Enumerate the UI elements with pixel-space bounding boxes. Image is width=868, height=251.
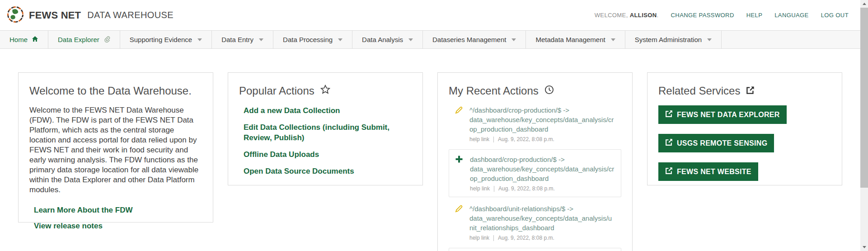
content-area: Welcome to the Data Warehouse. Welcome t… bbox=[0, 49, 860, 251]
nav-item-label: System Administration bbox=[635, 36, 702, 43]
nav-item-label: Data Processing bbox=[283, 36, 333, 43]
recent-timestamp: Aug. 9, 2022, 8:08 p.m. bbox=[498, 136, 554, 142]
external-link-icon bbox=[665, 138, 673, 148]
brand-name: FEWS NET bbox=[29, 9, 81, 21]
button-label: USGS REMOTE SENSING bbox=[677, 139, 767, 147]
recent-action-item: ^/dashboard/crop-production/$ -> data_wa… bbox=[449, 105, 621, 142]
welcome-prefix: WELCOME, bbox=[595, 12, 628, 19]
recent-action-item: ^/dashboard/unit-relationships/$ -> bbox=[449, 248, 621, 251]
vertical-scrollbar[interactable] bbox=[860, 0, 868, 251]
related-services-title: Related Services bbox=[658, 85, 831, 97]
caret-down-icon bbox=[197, 38, 202, 41]
nav-item-label: Data Analysis bbox=[362, 36, 403, 43]
nav-item-data-processing[interactable]: Data Processing bbox=[273, 31, 352, 48]
caret-down-icon bbox=[707, 38, 712, 41]
nav-item-label: Home bbox=[9, 36, 28, 43]
brand-group: FEWS NET DATA WAREHOUSE bbox=[6, 5, 174, 25]
recent-action-link[interactable]: dashboard/crop-production/$ -> data_ware… bbox=[470, 155, 615, 183]
meta-separator bbox=[493, 235, 494, 241]
caret-down-icon bbox=[338, 38, 343, 41]
recent-actions-card: My Recent Actions ^/dashboard/crop-produ… bbox=[437, 72, 633, 251]
nav-item-label: Data Explorer bbox=[58, 36, 99, 43]
welcome-paragraph: Welcome to the FEWS NET Data Warehouse (… bbox=[29, 105, 202, 195]
nav-item-label: Dataseries Management bbox=[432, 36, 506, 43]
fews-net-data-explorer-button[interactable]: FEWS NET DATA EXPLORER bbox=[658, 105, 787, 124]
nav-item-dataseries-management[interactable]: Dataseries Management bbox=[423, 31, 526, 48]
related-services-card: Related Services FEWS NET DATA EXPLORER bbox=[647, 72, 842, 185]
clock-icon bbox=[544, 85, 554, 97]
main-nav: Home Data Explorer Supporting Evidence D… bbox=[0, 30, 860, 49]
nav-item-label: Metadata Management bbox=[535, 36, 605, 43]
meta-separator bbox=[493, 137, 494, 142]
scrollbar-thumb[interactable] bbox=[860, 8, 868, 188]
meta-separator bbox=[494, 186, 494, 192]
page: FEWS NET DATA WAREHOUSE WELCOME, ALLISON… bbox=[0, 0, 868, 251]
edit-data-collections-link[interactable]: Edit Data Collections (including Submit,… bbox=[239, 122, 412, 143]
welcome-card-title: Welcome to the Data Warehouse. bbox=[29, 85, 202, 97]
plus-icon bbox=[455, 155, 464, 192]
recent-action-link[interactable]: ^/dashboard/crop-production/$ -> data_wa… bbox=[469, 105, 615, 134]
welcome-card: Welcome to the Data Warehouse. Welcome t… bbox=[18, 72, 213, 223]
caret-down-icon bbox=[259, 38, 263, 41]
nav-item-data-analysis[interactable]: Data Analysis bbox=[352, 31, 423, 48]
learn-more-fdw-link[interactable]: Learn More About the FDW bbox=[29, 205, 202, 215]
popular-actions-card: Popular Actions Add a new Data Collectio… bbox=[228, 72, 423, 185]
recent-actions-title-text: My Recent Actions bbox=[449, 85, 539, 97]
caret-down-icon bbox=[611, 38, 615, 41]
button-label: FEWS NET WEBSITE bbox=[677, 168, 751, 176]
recent-action-meta: help link Aug. 9, 2022, 8:08 p.m. bbox=[469, 136, 615, 142]
nav-item-data-entry[interactable]: Data Entry bbox=[212, 31, 273, 48]
pencil-icon bbox=[455, 105, 463, 142]
nav-item-supporting-evidence[interactable]: Supporting Evidence bbox=[120, 31, 212, 48]
recent-help-link[interactable]: help link bbox=[470, 185, 490, 192]
nav-item-label: Data Entry bbox=[221, 36, 253, 43]
scroll-up-button[interactable] bbox=[860, 0, 868, 8]
offline-data-uploads-link[interactable]: Offline Data Uploads bbox=[239, 149, 412, 160]
language-link[interactable]: LANGUAGE bbox=[774, 12, 808, 19]
recent-action-link[interactable]: ^/dashboard/unit-relationships/$ -> data… bbox=[469, 204, 615, 232]
recent-timestamp: Aug. 9, 2022, 8:08 p.m. bbox=[498, 185, 555, 192]
related-services-title-text: Related Services bbox=[658, 85, 740, 97]
caret-down-icon bbox=[511, 38, 516, 41]
recent-action-item: ^/dashboard/unit-relationships/$ -> data… bbox=[449, 204, 621, 241]
fews-net-website-button[interactable]: FEWS NET WEBSITE bbox=[658, 162, 758, 181]
nav-item-metadata-management[interactable]: Metadata Management bbox=[526, 31, 625, 48]
app-title: DATA WAREHOUSE bbox=[87, 10, 174, 20]
button-label: FEWS NET DATA EXPLORER bbox=[677, 111, 780, 119]
nav-item-label: Supporting Evidence bbox=[130, 36, 192, 43]
add-data-collection-link[interactable]: Add a new Data Collection bbox=[239, 105, 412, 116]
nav-item-system-administration[interactable]: System Administration bbox=[625, 31, 722, 48]
nav-item-data-explorer[interactable]: Data Explorer bbox=[48, 31, 120, 48]
change-password-link[interactable]: CHANGE PASSWORD bbox=[671, 12, 734, 19]
main-area: FEWS NET DATA WAREHOUSE WELCOME, ALLISON… bbox=[0, 0, 860, 251]
home-icon bbox=[32, 36, 38, 43]
recent-action-item: dashboard/crop-production/$ -> data_ware… bbox=[449, 149, 621, 197]
pencil-icon bbox=[455, 204, 463, 241]
top-links: WELCOME, ALLISON. CHANGE PASSWORD HELP L… bbox=[595, 12, 849, 19]
star-icon bbox=[320, 85, 330, 97]
popular-actions-title-text: Popular Actions bbox=[239, 85, 314, 97]
recent-help-link[interactable]: help link bbox=[469, 136, 489, 142]
external-link-icon bbox=[665, 110, 673, 119]
recent-timestamp: Aug. 9, 2022, 8:08 p.m. bbox=[498, 235, 554, 241]
popular-actions-title: Popular Actions bbox=[239, 85, 412, 97]
caret-down-icon bbox=[408, 38, 413, 41]
welcome-text: WELCOME, ALLISON. bbox=[595, 12, 659, 19]
scroll-up-arrow-icon bbox=[863, 3, 866, 5]
usgs-remote-sensing-button[interactable]: USGS REMOTE SENSING bbox=[658, 134, 774, 152]
fews-net-globe-logo-icon bbox=[6, 5, 24, 25]
nav-item-home[interactable]: Home bbox=[0, 31, 48, 48]
recent-actions-title: My Recent Actions bbox=[449, 85, 621, 97]
help-link[interactable]: HELP bbox=[746, 12, 763, 19]
scroll-down-button[interactable] bbox=[860, 243, 868, 251]
username: ALLISON bbox=[630, 12, 657, 19]
paperclip-icon bbox=[103, 36, 110, 44]
external-link-icon bbox=[665, 167, 673, 176]
external-link-icon bbox=[746, 85, 755, 97]
open-data-source-documents-link[interactable]: Open Data Source Documents bbox=[239, 166, 412, 176]
recent-action-meta: help link Aug. 9, 2022, 8:08 p.m. bbox=[469, 235, 615, 241]
logout-link[interactable]: LOG OUT bbox=[821, 12, 849, 19]
recent-help-link[interactable]: help link bbox=[469, 235, 489, 241]
view-release-notes-link[interactable]: View release notes bbox=[29, 221, 202, 231]
top-header: FEWS NET DATA WAREHOUSE WELCOME, ALLISON… bbox=[0, 0, 860, 30]
